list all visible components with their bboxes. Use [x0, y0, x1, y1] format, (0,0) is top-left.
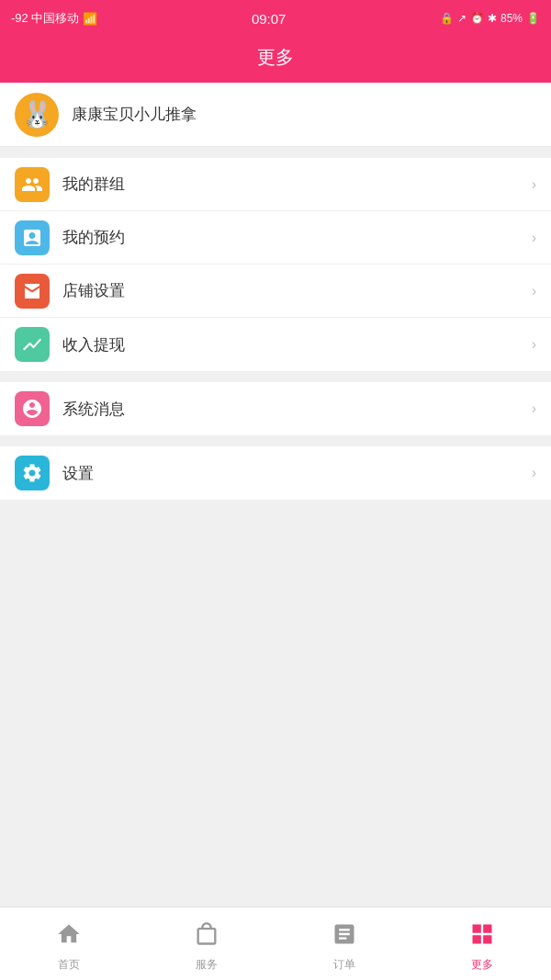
menu-item-settings[interactable]: 设置 ›	[0, 446, 551, 500]
avatar: 🐰	[15, 93, 59, 137]
orders-icon	[332, 921, 357, 953]
lock-icon: 🔒	[440, 12, 454, 25]
menu-label-income: 收入提现	[62, 334, 532, 355]
more-icon	[469, 921, 495, 953]
alarm-icon: ⏰	[470, 12, 484, 25]
status-left: -92 中国移动 📶	[11, 10, 97, 27]
appointments-icon	[21, 227, 43, 249]
service-icon	[194, 921, 219, 953]
groups-icon	[21, 174, 43, 196]
section-gap-2	[0, 371, 551, 382]
menu-group-1: 我的群组 › 我的预约 › 店铺设置 ›	[0, 158, 551, 371]
menu-label-appointments: 我的预约	[62, 227, 532, 248]
chevron-income: ›	[532, 336, 536, 353]
tab-home[interactable]: 首页	[0, 916, 138, 973]
income-icon	[21, 333, 43, 355]
store-icon-bg	[15, 274, 50, 309]
menu-label-messages: 系统消息	[62, 399, 532, 420]
chevron-groups: ›	[532, 176, 536, 193]
menu-label-store: 店铺设置	[62, 280, 532, 301]
settings-icon	[21, 462, 43, 484]
menu-group-2: 系统消息 ›	[0, 382, 551, 435]
home-icon	[56, 921, 82, 953]
system-messages-icon	[21, 398, 43, 420]
menu-group-3: 设置 ›	[0, 446, 551, 500]
appointments-icon-bg	[15, 220, 50, 255]
main-content: 🐰 康康宝贝小儿推拿 我的群组 › 我的预约 ›	[0, 83, 551, 907]
page-header: 更多	[0, 37, 551, 83]
tab-service-label: 服务	[196, 957, 218, 973]
battery-text: 85%	[500, 12, 523, 25]
profile-name: 康康宝贝小儿推拿	[72, 104, 197, 125]
section-gap-1	[0, 147, 551, 158]
menu-label-groups: 我的群组	[62, 174, 532, 195]
status-time: 09:07	[252, 11, 287, 27]
tab-home-label: 首页	[58, 957, 80, 973]
wifi-icon: 📶	[83, 12, 97, 26]
empty-space	[0, 500, 551, 907]
tab-more[interactable]: 更多	[413, 916, 551, 973]
page-title: 更多	[257, 45, 294, 70]
menu-item-store-settings[interactable]: 店铺设置 ›	[0, 265, 551, 318]
menu-item-income[interactable]: 收入提现 ›	[0, 318, 551, 371]
location-icon: ↗	[457, 12, 467, 25]
menu-item-appointments[interactable]: 我的预约 ›	[0, 211, 551, 265]
income-icon-bg	[15, 327, 50, 362]
signal-text: -92 中国移动	[11, 10, 79, 27]
chevron-messages: ›	[532, 400, 536, 417]
settings-icon-bg	[15, 456, 50, 490]
tab-bar: 首页 服务 订单 更多	[0, 907, 551, 980]
status-right: 🔒 ↗ ⏰ ✱ 85% 🔋	[440, 12, 540, 25]
tab-more-label: 更多	[471, 957, 493, 973]
status-bar: -92 中国移动 📶 09:07 🔒 ↗ ⏰ ✱ 85% 🔋	[0, 0, 551, 37]
chevron-appointments: ›	[532, 230, 536, 246]
tab-orders[interactable]: 订单	[276, 916, 413, 973]
tab-orders-label: 订单	[333, 957, 355, 973]
tab-service[interactable]: 服务	[138, 916, 276, 973]
bluetooth-icon: ✱	[488, 12, 497, 25]
section-gap-3	[0, 435, 551, 446]
battery-icon: 🔋	[526, 12, 540, 25]
avatar-image: 🐰	[21, 99, 53, 130]
profile-row[interactable]: 🐰 康康宝贝小儿推拿	[0, 83, 551, 147]
store-settings-icon	[21, 280, 43, 302]
chevron-store: ›	[532, 283, 536, 299]
menu-item-system-messages[interactable]: 系统消息 ›	[0, 382, 551, 435]
menu-item-groups[interactable]: 我的群组 ›	[0, 158, 551, 211]
messages-icon-bg	[15, 391, 50, 426]
menu-label-settings: 设置	[62, 463, 532, 484]
chevron-settings: ›	[532, 465, 536, 481]
groups-icon-bg	[15, 167, 50, 202]
